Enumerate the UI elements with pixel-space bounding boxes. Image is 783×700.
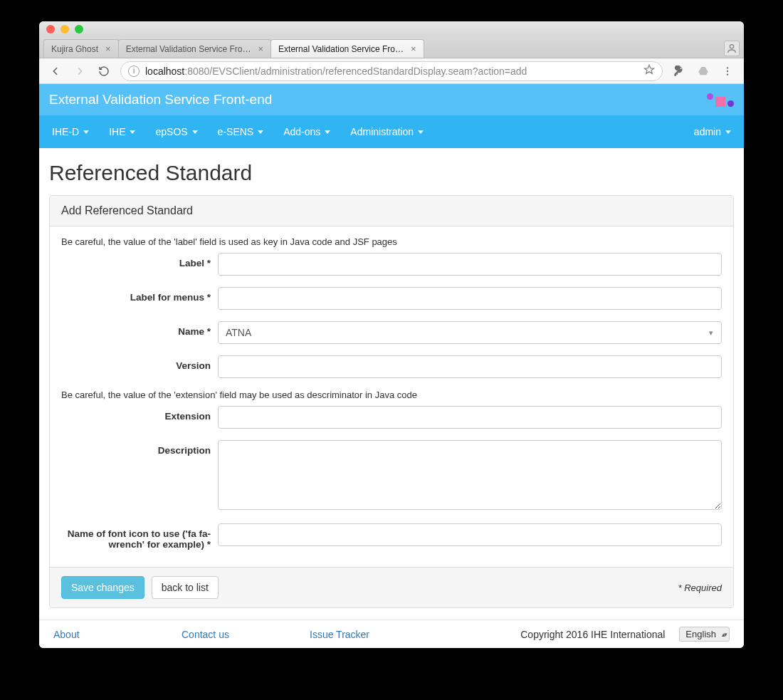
page: External Validation Service Front-end IH…	[39, 84, 744, 648]
name-select[interactable]: ATNA	[218, 321, 722, 344]
window-maximize-icon[interactable]	[75, 25, 83, 33]
back-icon[interactable]	[48, 63, 63, 79]
extension-input[interactable]	[218, 406, 722, 429]
language-select[interactable]: English	[679, 627, 730, 642]
menu-esens[interactable]: e-SENS	[208, 115, 274, 148]
chevron-down-icon	[130, 130, 135, 134]
chevron-down-icon	[325, 130, 330, 134]
titlebar	[39, 21, 744, 37]
menu-user[interactable]: admin	[684, 115, 741, 148]
key-icon[interactable]	[671, 63, 687, 79]
browser-toolbar: i localhost:8080/EVSClient/administratio…	[39, 58, 744, 84]
forward-icon	[72, 63, 88, 79]
icon-name-label: Name of font icon to use ('fa fa-wrench'…	[61, 523, 218, 550]
svg-point-0	[730, 45, 733, 48]
app-title: External Validation Service Front-end	[49, 92, 272, 108]
extension-label: Extension	[61, 406, 218, 422]
menu-addons[interactable]: Add-ons	[273, 115, 340, 148]
svg-point-1	[680, 68, 682, 69]
url-host: localhost	[145, 66, 184, 77]
browser-tab[interactable]: External Validation Service Fro… ×	[270, 39, 424, 58]
menu-ihe[interactable]: IHE	[99, 115, 145, 148]
main-menu: IHE-D IHE epSOS e-SENS Add-ons Administr…	[39, 115, 744, 148]
footer-tracker-link[interactable]: Issue Tracker	[310, 629, 369, 640]
tab-title: External Validation Service Fro…	[278, 44, 404, 54]
version-label: Version	[61, 355, 218, 371]
description-label: Description	[61, 440, 218, 456]
label-input[interactable]	[218, 253, 722, 276]
window-minimize-icon[interactable]	[61, 25, 69, 33]
reload-icon[interactable]	[96, 63, 112, 79]
tab-title: External Validation Service Fro…	[126, 44, 251, 54]
close-icon[interactable]: ×	[105, 43, 111, 54]
form-panel: Add Referenced Standard Be careful, the …	[49, 195, 734, 608]
menu-administration[interactable]: Administration	[340, 115, 433, 148]
hint-text: Be careful, the value of the 'extension'…	[61, 390, 722, 400]
address-bar[interactable]: i localhost:8080/EVSClient/administratio…	[120, 61, 663, 81]
chevron-down-icon	[192, 130, 198, 134]
svg-point-2	[727, 67, 728, 68]
name-label: Name *	[61, 321, 218, 337]
drive-icon[interactable]	[695, 63, 711, 79]
svg-point-3	[727, 70, 728, 71]
info-icon[interactable]: i	[128, 66, 140, 77]
chevron-down-icon	[258, 130, 263, 134]
description-textarea[interactable]	[218, 440, 722, 510]
back-to-list-button[interactable]: back to list	[152, 576, 219, 599]
close-icon[interactable]: ×	[411, 43, 416, 54]
browser-window: Kujira Ghost × External Validation Servi…	[39, 21, 744, 648]
hint-text: Be careful, the value of the 'label' fie…	[61, 236, 722, 247]
save-button[interactable]: Save changes	[61, 576, 144, 599]
svg-point-4	[727, 73, 728, 75]
app-logo-icon	[707, 93, 734, 107]
chevron-down-icon	[725, 130, 731, 134]
tab-strip: Kujira Ghost × External Validation Servi…	[39, 37, 744, 58]
menu-epsos[interactable]: epSOS	[145, 115, 207, 148]
url-path: :8080/EVSClient/administration/reference…	[184, 66, 527, 77]
bookmark-icon[interactable]	[643, 64, 655, 78]
chevron-down-icon	[83, 130, 89, 134]
window-close-icon[interactable]	[46, 25, 55, 33]
menu-dots-icon[interactable]	[720, 63, 735, 79]
version-input[interactable]	[218, 355, 722, 378]
footer-about-link[interactable]: About	[53, 629, 80, 640]
label-for-menus-label: Label for menus *	[61, 287, 218, 303]
page-footer: About Contact us Issue Tracker Copyright…	[39, 620, 744, 648]
profile-icon[interactable]	[724, 41, 740, 56]
icon-name-input[interactable]	[218, 523, 722, 546]
panel-header: Add Referenced Standard	[50, 196, 733, 226]
required-note: * Required	[678, 583, 722, 593]
footer-copyright: Copyright 2016 IHE International	[520, 629, 665, 640]
page-title: Referenced Standard	[49, 161, 734, 185]
browser-tab[interactable]: External Validation Service Fro… ×	[118, 39, 271, 58]
browser-tab[interactable]: Kujira Ghost ×	[43, 39, 119, 58]
tab-title: Kujira Ghost	[51, 44, 98, 54]
menu-ihe-d[interactable]: IHE-D	[42, 115, 99, 148]
label-label: Label *	[61, 253, 218, 268]
chevron-down-icon	[418, 130, 424, 134]
close-icon[interactable]: ×	[258, 43, 263, 54]
label-for-menus-input[interactable]	[218, 287, 722, 310]
footer-contact-link[interactable]: Contact us	[182, 629, 229, 640]
app-banner: External Validation Service Front-end	[39, 84, 744, 115]
